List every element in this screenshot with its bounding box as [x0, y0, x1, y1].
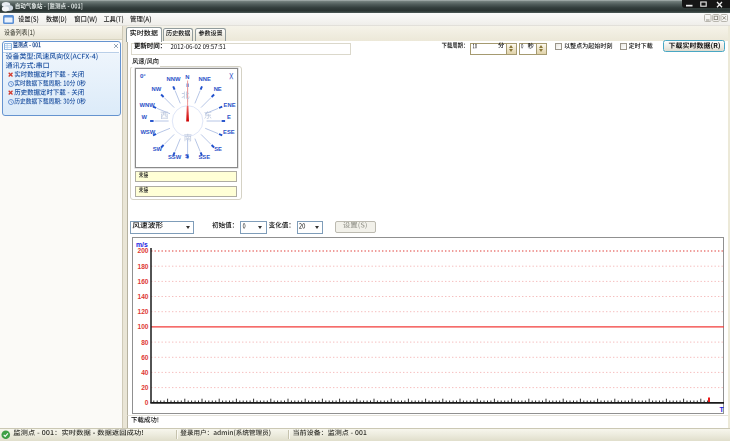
- svg-text:160: 160: [137, 277, 148, 284]
- svg-text:200: 200: [137, 247, 148, 254]
- svg-text:N: N: [185, 74, 189, 80]
- svg-text:0: 0: [144, 399, 148, 406]
- svg-text:T: T: [719, 405, 724, 412]
- svg-text:140: 140: [137, 292, 148, 299]
- svg-text:60: 60: [141, 353, 149, 360]
- svg-text:m/s: m/s: [136, 241, 148, 248]
- svg-text:40: 40: [141, 368, 149, 375]
- svg-text:ESE: ESE: [223, 129, 235, 135]
- svg-text:SSE: SSE: [198, 154, 210, 160]
- svg-text:╳: ╳: [229, 73, 234, 80]
- svg-text:ENE: ENE: [224, 102, 236, 108]
- svg-text:W: W: [142, 114, 148, 120]
- svg-text:0°: 0°: [140, 72, 146, 79]
- svg-text:120: 120: [137, 308, 148, 315]
- svg-text:SSW: SSW: [168, 154, 182, 160]
- svg-text:SE: SE: [214, 146, 222, 152]
- svg-text:80: 80: [141, 338, 149, 345]
- svg-text:NNE: NNE: [199, 76, 211, 82]
- svg-text:100: 100: [137, 323, 148, 330]
- svg-text:SW: SW: [153, 146, 163, 152]
- svg-text:WSW: WSW: [140, 129, 155, 135]
- svg-text:NE: NE: [214, 86, 222, 92]
- svg-text:NNW: NNW: [167, 76, 181, 82]
- svg-text:S: S: [185, 153, 189, 159]
- svg-text:180: 180: [137, 262, 148, 269]
- svg-text:E: E: [227, 114, 231, 120]
- svg-text:20: 20: [141, 384, 149, 391]
- svg-text:NW: NW: [152, 86, 162, 92]
- svg-text:WNW: WNW: [140, 102, 156, 108]
